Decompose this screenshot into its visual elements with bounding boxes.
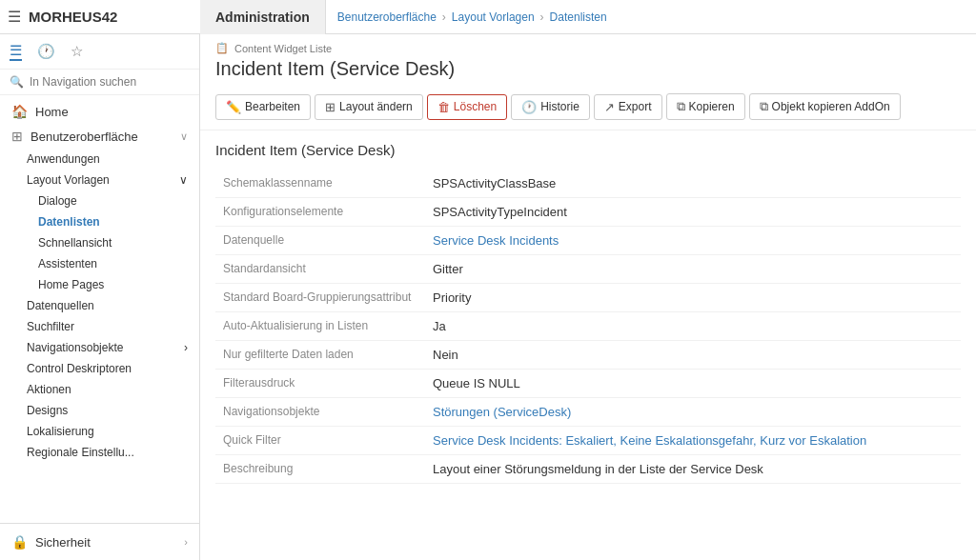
table-row: Nur gefilterte Daten ladenNein [215,341,961,370]
content-header: 📋 Content Widget Liste Incident Item (Se… [200,34,976,130]
layout-aendern-button[interactable]: ⊞ Layout ändern [315,94,423,120]
sidebar-item-suchfilter[interactable]: Suchfilter [0,316,199,337]
field-value[interactable]: Störungen (ServiceDesk) [425,398,961,427]
sidebar-item-datenquellen[interactable]: Datenquellen [0,295,199,316]
table-row: Standard Board-GruppierungsattributPrior… [215,284,961,312]
table-row: Auto-Aktualisierung in ListenJa [215,312,961,341]
field-value[interactable]: Service Desk Incidents [425,227,961,255]
field-value: SPSActivityTypeIncident [425,198,961,227]
export-icon: ↗ [604,100,615,114]
sidebar-item-anwendungen[interactable]: Anwendungen [0,149,199,170]
history-icon: 🕐 [521,100,537,114]
table-row: FilterausdruckQueue IS NULL [215,370,961,398]
breadcrumb-item-3[interactable]: Datenlisten [550,10,607,24]
grid-icon: ⊞ [11,129,23,144]
detail-section: Incident Item (Service Desk) Schemaklass… [200,130,976,495]
field-value: Ja [425,312,961,341]
chevron-down-icon-2: ∨ [179,173,188,187]
export-button[interactable]: ↗ Export [594,94,662,120]
kopieren-button[interactable]: ⧉ Kopieren [666,93,745,120]
logo: MORHEUS42 [29,9,117,25]
field-value[interactable]: Service Desk Incidents: Eskaliert, Keine… [425,427,961,455]
field-label: Beschreibung [215,455,425,484]
field-label: Quick Filter [215,427,425,455]
field-label: Standardansicht [215,255,425,284]
sidebar-item-home-label: Home [35,105,69,119]
content-title: Incident Item (Service Desk) [215,58,961,80]
edit-icon: ✏️ [226,100,241,114]
chevron-down-icon: ∨ [180,130,188,143]
sidebar-item-navigationsobjekte[interactable]: Navigationsobjekte › [0,337,199,358]
copy-icon: ⧉ [677,99,685,114]
toolbar: ✏️ Bearbeiten ⊞ Layout ändern 🗑 Löschen … [215,88,961,126]
breadcrumb-item-2[interactable]: Layout Vorlagen [452,10,535,24]
sidebar-item-sicherheit-label: Sicherheit [35,535,91,550]
topbar: ☰ MORHEUS42 Administration Benutzeroberf… [0,0,976,34]
field-label: Navigationsobjekte [215,398,425,427]
field-value: Queue IS NULL [425,370,961,398]
table-row: KonfigurationselementeSPSActivityTypeInc… [215,198,961,227]
detail-title: Incident Item (Service Desk) [215,142,961,158]
sidebar-icons: ☰ 🕐 ☆ [0,34,199,70]
table-row: Quick FilterService Desk Incidents: Eska… [215,427,961,455]
sidebar-item-designs[interactable]: Designs [0,400,199,421]
sidebar-item-benutzeroberflaeche[interactable]: ⊞ Benutzeroberfläche ∨ [0,124,199,149]
sidebar-item-lokalisierung[interactable]: Lokalisierung [0,421,199,442]
sidebar-item-assistenten[interactable]: Assistenten [0,253,199,274]
sidebar-item-navigationsobjekte-label: Navigationsobjekte [27,341,123,354]
field-label: Datenquelle [215,227,425,255]
sidebar-item-aktionen[interactable]: Aktionen [0,379,199,400]
trash-icon: 🗑 [437,100,450,114]
widget-icon: 📋 [215,42,229,54]
sidebar-item-layout-vorlagen[interactable]: Layout Vorlagen ∨ [0,170,199,190]
sidebar-item-schnellansicht[interactable]: Schnellansicht [0,232,199,253]
table-row: DatenquelleService Desk Incidents [215,227,961,255]
search-input[interactable] [30,75,190,89]
sidebar-bottom: 🔒 Sicherheit › [0,523,199,560]
detail-table: SchemaklassennameSPSActivityClassBaseKon… [215,170,961,484]
sidebar-item-layout-vorlagen-label: Layout Vorlagen [27,173,110,187]
sidebar-item-regionale-einstellu[interactable]: Regionale Einstellu... [0,442,199,463]
sidebar-search[interactable]: 🔍 [0,70,199,95]
clock-icon[interactable]: 🕐 [37,43,55,60]
sidebar-item-dialoge[interactable]: Dialoge [0,190,199,211]
objekt-kopieren-button[interactable]: ⧉ Objekt kopieren AddOn [749,93,901,120]
field-value: Layout einer Störungsmeldung in der List… [425,455,961,484]
sidebar-item-sicherheit[interactable]: 🔒 Sicherheit › [0,530,199,554]
field-value: SPSActivityClassBase [425,170,961,198]
star-icon[interactable]: ☆ [71,43,83,60]
sidebar-item-datenlisten[interactable]: Datenlisten [0,211,199,232]
field-link[interactable]: Service Desk Incidents [433,233,559,248]
logo-area: ☰ MORHEUS42 [0,8,200,26]
table-row: SchemaklassennameSPSActivityClassBase [215,170,961,198]
field-label: Konfigurationselemente [215,198,425,227]
table-row: StandardansichtGitter [215,255,961,284]
copy2-icon: ⧉ [760,99,768,114]
lock-icon: 🔒 [11,534,28,550]
content-area: 📋 Content Widget Liste Incident Item (Se… [200,34,976,560]
breadcrumb-item-1[interactable]: Benutzeroberfläche [337,10,437,24]
field-value: Nein [425,341,961,370]
field-link[interactable]: Service Desk Incidents: Eskaliert, Keine… [433,433,866,448]
field-label: Standard Board-Gruppierungsattribut [215,284,425,312]
breadcrumb-sep-1: › [442,10,446,24]
main-layout: ☰ 🕐 ☆ 🔍 🏠 Home ⊞ Benutzeroberfläche ∨ An… [0,34,976,560]
bearbeiten-button[interactable]: ✏️ Bearbeiten [215,94,311,120]
sidebar-item-home[interactable]: 🏠 Home [0,99,199,124]
historie-button[interactable]: 🕐 Historie [511,94,590,120]
sidebar-item-control-deskriptoren[interactable]: Control Deskriptoren [0,358,199,379]
administration-tab[interactable]: Administration [200,0,326,34]
table-row: BeschreibungLayout einer Störungsmeldung… [215,455,961,484]
sidebar-item-benutzeroberflaeche-label: Benutzeroberfläche [30,130,138,144]
list-icon[interactable]: ☰ [10,42,22,61]
chevron-right-icon-sicherheit: › [184,536,188,548]
loeschen-button[interactable]: 🗑 Löschen [427,94,507,120]
hamburger-icon[interactable]: ☰ [8,8,21,26]
field-link[interactable]: Störungen (ServiceDesk) [433,405,571,419]
sidebar-nav: 🏠 Home ⊞ Benutzeroberfläche ∨ Anwendunge… [0,95,199,467]
widget-label: 📋 Content Widget Liste [215,42,961,54]
home-icon: 🏠 [11,104,28,119]
field-label: Nur gefilterte Daten laden [215,341,425,370]
sidebar-item-home-pages[interactable]: Home Pages [0,274,199,295]
breadcrumb: Benutzeroberfläche › Layout Vorlagen › D… [326,10,619,24]
